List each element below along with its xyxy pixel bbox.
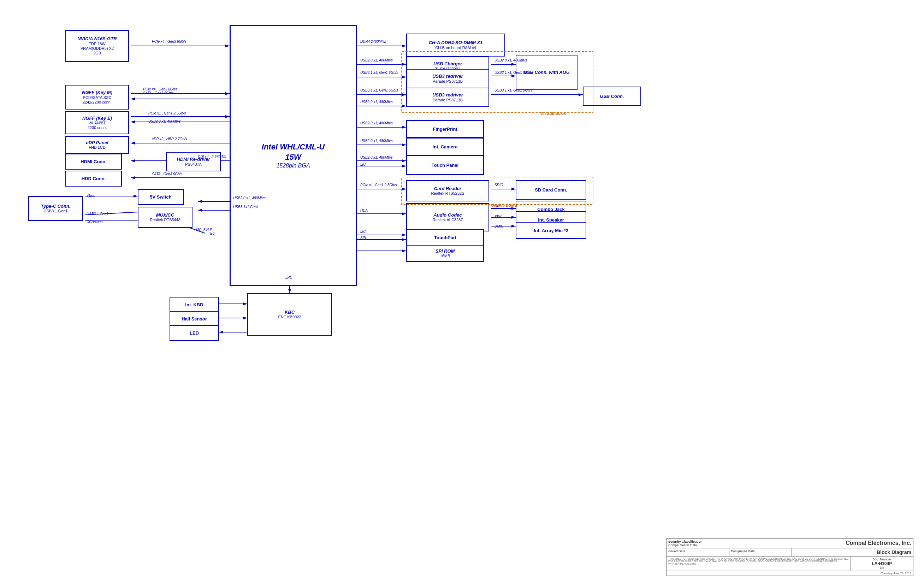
audio-codec-box: Audio Codec Realtek ALC3287 <box>406 203 489 231</box>
audio-codec-title: Audio Codec <box>433 212 462 218</box>
ngff-e-sub: WLAN/BT2230 conn. <box>87 121 107 130</box>
footer-company: Compal Electronics, Inc. <box>752 540 911 546</box>
hdd-conn-box: HDD Conn. <box>65 171 122 187</box>
sw5v-title: 5V Switch <box>150 194 171 200</box>
label-ec: EC <box>210 231 215 235</box>
footer-sheet: 1/2 <box>880 566 884 570</box>
muxcc-title: MUX/CC <box>156 212 174 218</box>
cpu-line2: 15W <box>285 152 301 162</box>
fingerprint-box: FingerPrint <box>406 120 484 138</box>
label-spk: SPK <box>495 215 502 219</box>
edp-sub: FHD LCD <box>89 145 106 150</box>
footer-block-diagram: Block Diagram <box>794 550 911 555</box>
sw5v-box: 5V Switch <box>138 189 184 205</box>
edp-title: eDP Panel <box>86 140 108 145</box>
label-hp: HP <box>495 204 500 208</box>
label-i2c-tp: I2C <box>360 162 366 167</box>
label-usb-ngff-e: USB2.0 x1, 480Mb/s <box>148 119 181 123</box>
label-spi: SPI <box>360 236 366 240</box>
label-sdio: SDIO <box>495 183 503 187</box>
label-i2c-3vlp: I2C_3VLP <box>196 228 212 232</box>
label-pcie-ngff-m: PCIe x4 , Gen3 8Gb/sSATA , Gen3 6Gb/s <box>143 87 178 95</box>
muxcc-sub: Realtek RTS5448 <box>150 218 180 222</box>
label-hda: HDA <box>360 208 368 212</box>
label-usb2-tp: USB2.0 x1, 480Mb/s <box>360 155 393 159</box>
typec-sub: USB3.1 Gen1 <box>44 209 68 213</box>
fingerprint-title: FingerPrint <box>433 127 457 132</box>
nvidia-box: NVIDIA N16S-GTR TDP:18WVRAM(GDDR5) X22GB <box>65 30 129 62</box>
cpu-title: Intel WHL/CML-U <box>262 142 325 152</box>
label-usb2-fp: USB2.0 x1, 480Mb/s <box>360 121 393 125</box>
spi-rom-title: SPI ROM <box>436 248 455 254</box>
typec-box: Type-C Conn. USB3.1 Gen1 <box>28 196 83 221</box>
hall-sensor-box: Hall Sensor <box>170 311 219 327</box>
on-sub-board-usb-label: On Sub Board <box>540 111 566 116</box>
footer: Security Classification Compal Secret Da… <box>666 538 913 576</box>
ngff-m-sub: PCIE/SATA SSD2242/2280 conn. <box>82 96 112 104</box>
ngff-e-title: NGFF (Key E) <box>82 116 112 121</box>
ddr4-sub: CH-B on board RAM x4 <box>435 46 476 50</box>
label-i2c-touchpad: I2C <box>360 230 366 234</box>
label-vbus: VBus <box>87 193 95 198</box>
cpu-box: Intel WHL/CML-U 15W 1528pin BGA <box>229 25 357 286</box>
hdmi-conn-box: HDMI Conn. <box>65 154 122 170</box>
kbc-title: KBC <box>285 309 295 315</box>
label-usb31-gen1-mux: USB3.1,Gen1 <box>87 212 109 216</box>
touchpad-box: TouchPad <box>406 229 484 246</box>
edp-box: eDP Panel FHD LCD <box>65 136 129 154</box>
label-usb31-gen1-2: USB3.1 x1, Gen1 5Gb/s <box>360 88 398 92</box>
int-array-mic-box: Int. Array Mic *2 <box>516 222 586 239</box>
typec-title: Type-C Conn. <box>41 203 70 209</box>
label-usb31-mux: USB3.1x1,Gen1 <box>233 205 259 209</box>
ngff-m-box: NGFF (Key M) PCIE/SATA SSD2242/2280 conn… <box>65 85 129 109</box>
cpu-line3: 1528pin BGA <box>276 162 310 169</box>
kbc-sub: ENE KB9022 <box>278 315 301 319</box>
int-kbd-title: Int. KBD <box>185 302 203 307</box>
muxcc-box: MUX/CC Realtek RTS5448 <box>138 207 193 228</box>
label-edp: eDP x2 , HBR 2.7Gb/s <box>152 137 187 141</box>
label-pcie-nvidia: PCIe x4 , Gen3 8Gb/s <box>152 40 186 43</box>
footer-doc-number: LA-H104P <box>872 561 892 566</box>
label-usb31-aou: USB2.0 x1, 480Mb/s <box>495 58 527 62</box>
label-usb2-charger: USB2.0 x1, 480Mb/s <box>360 58 393 62</box>
touch-panel-title: Touch Panel <box>432 162 459 168</box>
led-box: LED <box>170 325 219 341</box>
led-title: LED <box>190 330 199 336</box>
label-ddi: DDI x4 , 2.97GT/s <box>198 155 226 159</box>
label-ddr4: DDR4 2400MHz <box>360 40 386 43</box>
label-sata-hdd: SATA , Gen3 6Gb/s <box>152 172 183 176</box>
int-kbd-box: Int. KBD <box>170 297 219 313</box>
usb-conn-title: USB Conn. <box>600 94 624 99</box>
footer-disclaimer: THIS SHEET OF ENGINEERING DATA IS THE PR… <box>667 557 851 571</box>
label-usb31-aou2: USB3.1 x1, Gen1 5Gb/s <box>495 71 532 74</box>
label-usb2-sub: USB2.0 x1, 480Mb/s <box>360 100 393 104</box>
footer-date: Tuesday, June 26, 2019 <box>667 571 913 576</box>
label-usb31-sub: USB3.1 x1, Gen1 5Gb/s <box>495 88 532 92</box>
int-array-mic-title: Int. Array Mic *2 <box>534 228 568 233</box>
label-dmic: DMIC <box>495 225 504 228</box>
audio-codec-sub: Realtek ALC3287 <box>433 218 463 222</box>
hdmi-conn-title: HDMI Conn. <box>81 159 107 164</box>
label-lpc: LPC <box>285 276 292 279</box>
hdmi-redriver-sub: PS8407A <box>185 162 201 167</box>
label-usb2-mux: USB2.0 x1, 480Mb/s <box>233 196 266 200</box>
int-camera-box: Int. Camera <box>406 138 484 155</box>
label-pcie-ngff-e: PCIe x1 , Gen1 2.5Gb/s <box>148 111 186 115</box>
label-pcie-card: PCIe x1, Gen1 2.5Gb/s <box>360 183 397 187</box>
hall-sensor-title: Hall Sensor <box>182 316 207 322</box>
on-sub-board-card <box>401 177 593 205</box>
int-camera-title: Int. Camera <box>433 144 458 149</box>
spi-rom-box: SPI ROM 16MB <box>406 245 484 262</box>
touch-panel-box: Touch Panel <box>406 155 484 175</box>
touchpad-title: TouchPad <box>434 235 456 240</box>
label-cc-vconn: CC/Vconn <box>87 220 103 224</box>
label-usb31-gen1-1: USB3.1 x1, Gen1 5Gb/s <box>360 71 398 74</box>
nvidia-sub: TDP:18WVRAM(GDDR5) X22GB <box>81 42 114 56</box>
hdd-conn-title: HDD Conn. <box>82 176 106 181</box>
label-usb2-cam: USB2.0 x1, 480Mb/s <box>360 139 393 143</box>
nvidia-title: NVIDIA N16S-GTR <box>78 36 117 42</box>
ngff-e-box: NGFF (Key E) WLAN/BT2230 conn. <box>65 111 129 134</box>
ddr4-title: CH-A DDR4-SO-DIMM X1 <box>429 40 483 46</box>
diagram-container: NVIDIA N16S-GTR TDP:18WVRAM(GDDR5) X22GB… <box>0 0 924 583</box>
spi-rom-sub: 16MB <box>440 254 450 258</box>
